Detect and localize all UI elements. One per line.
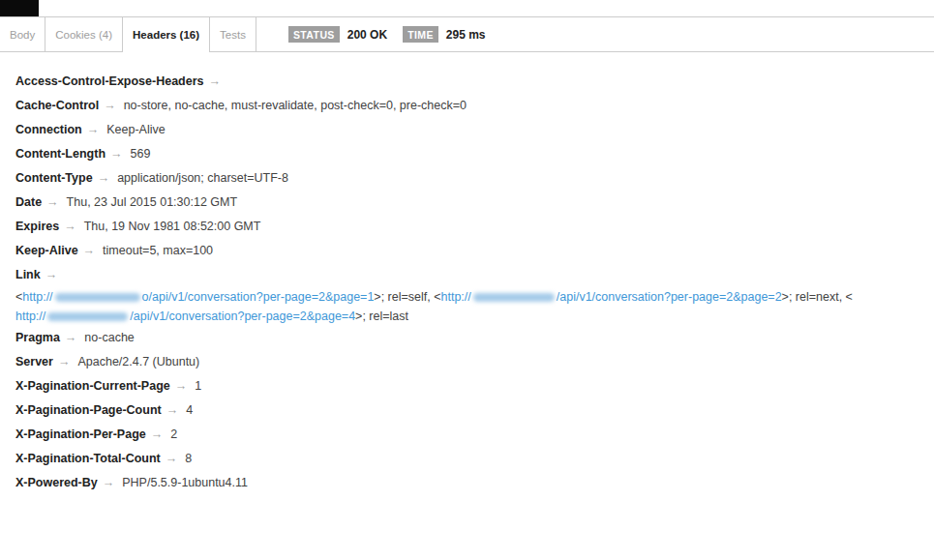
header-row: Connection→Keep-Alive xyxy=(15,118,919,142)
arrow-icon: → xyxy=(87,123,100,136)
tab-label: Body xyxy=(10,29,35,41)
header-name: Content-Length xyxy=(15,147,105,161)
redacted-host-blur xyxy=(47,312,128,321)
header-value: 1 xyxy=(195,379,201,393)
link-url-text[interactable]: http:// xyxy=(441,290,471,304)
header-value: Apache/2.4.7 (Ubuntu) xyxy=(77,355,199,368)
header-value: Keep-Alive xyxy=(106,123,165,136)
link-plain-text: >; rel=last xyxy=(355,309,408,323)
status-badge: STATUS xyxy=(288,26,340,43)
link-url-text[interactable]: o/api/v1/conversation?per-page=2&page=1 xyxy=(142,290,375,304)
arrow-icon: → xyxy=(46,195,59,209)
arrow-icon: → xyxy=(104,99,116,112)
header-name: Pragma xyxy=(15,331,60,344)
tabs-group: BodyCookies (4)Headers (16)Tests xyxy=(0,17,256,51)
link-url-text[interactable]: /api/v1/conversation?per-page=2&page=2 xyxy=(557,290,782,304)
header-value: Thu, 19 Nov 1981 08:52:00 GMT xyxy=(84,220,261,233)
header-name: Access-Control-Expose-Headers xyxy=(15,74,204,88)
header-row: Keep-Alive→timeout=5, max=100 xyxy=(15,239,919,263)
tab-label: Tests xyxy=(220,29,246,41)
header-row: Server→Apache/2.4.7 (Ubuntu) xyxy=(15,350,919,374)
tab-label: Headers (16) xyxy=(133,29,199,41)
header-value: 4 xyxy=(186,403,193,417)
arrow-icon: → xyxy=(64,220,76,233)
tab-headers-16[interactable]: Headers (16) xyxy=(123,17,210,51)
redacted-host-blur xyxy=(473,293,555,302)
header-row: Content-Type→application/json; charset=U… xyxy=(15,166,919,191)
header-row: X-Pagination-Current-Page→1 xyxy=(15,374,919,398)
header-name: X-Pagination-Page-Count xyxy=(15,403,162,417)
header-name: X-Pagination-Per-Page xyxy=(15,427,146,441)
header-name: Server xyxy=(15,355,53,368)
arrow-icon: → xyxy=(110,147,123,161)
arrow-icon: → xyxy=(103,476,115,489)
arrow-icon: → xyxy=(65,331,77,344)
redacted-host-blur xyxy=(55,293,140,302)
tab-tests[interactable]: Tests xyxy=(210,17,256,51)
header-row: Date→Thu, 23 Jul 2015 01:30:12 GMT xyxy=(15,191,919,215)
header-value: no-store, no-cache, must-revalidate, pos… xyxy=(124,99,467,112)
titlebar-fragment xyxy=(0,0,39,16)
link-url-text[interactable]: http:// xyxy=(22,290,52,304)
header-name: X-Pagination-Total-Count xyxy=(15,452,161,465)
header-value: Thu, 23 Jul 2015 01:30:12 GMT xyxy=(67,195,238,209)
header-row: Link→ xyxy=(15,263,919,287)
header-row: X-Pagination-Per-Page→2 xyxy=(15,423,919,447)
arrow-icon: → xyxy=(166,403,179,417)
arrow-icon: → xyxy=(151,427,164,441)
response-status-area: STATUS 200 OK TIME 295 ms xyxy=(288,17,486,51)
link-header-value-line: <http://o/api/v1/conversation?per-page=2… xyxy=(15,287,919,307)
arrow-icon: → xyxy=(166,452,178,465)
header-value: 8 xyxy=(185,452,192,465)
header-name: Cache-Control xyxy=(15,99,99,112)
time-badge: TIME xyxy=(403,26,438,43)
arrow-icon: → xyxy=(209,74,222,88)
header-value: timeout=5, max=100 xyxy=(103,244,213,257)
top-strip xyxy=(0,0,934,16)
tab-cookies-4[interactable]: Cookies (4) xyxy=(45,17,123,51)
header-row: X-Pagination-Page-Count→4 xyxy=(15,398,919,423)
header-row: X-Pagination-Total-Count→8 xyxy=(15,447,919,471)
header-value: 2 xyxy=(170,427,177,441)
link-header-value-line: http:///api/v1/conversation?per-page=2&p… xyxy=(15,307,919,326)
tab-body[interactable]: Body xyxy=(0,17,45,51)
arrow-icon: → xyxy=(98,171,110,185)
header-name: Connection xyxy=(15,123,82,136)
link-plain-text: >; rel=self, < xyxy=(374,290,440,304)
link-plain-text: >; rel=next, < xyxy=(782,290,853,304)
header-row: X-Powered-By→PHP/5.5.9-1ubuntu4.11 xyxy=(15,471,919,495)
header-value: PHP/5.5.9-1ubuntu4.11 xyxy=(122,476,248,489)
header-name: Content-Type xyxy=(15,171,93,185)
header-row: Pragma→no-cache xyxy=(15,326,919,350)
header-name: Keep-Alive xyxy=(15,244,78,257)
link-url-text[interactable]: /api/v1/conversation?per-page=2&page=4 xyxy=(130,309,355,323)
header-row: Content-Length→569 xyxy=(15,142,919,166)
arrow-icon: → xyxy=(175,379,188,393)
link-url-text[interactable]: http:// xyxy=(15,309,45,323)
header-name: Date xyxy=(15,195,42,209)
response-headers-pane: Access-Control-Expose-Headers→Cache-Cont… xyxy=(0,52,934,495)
response-time-value: 295 ms xyxy=(446,28,486,42)
arrow-icon: → xyxy=(58,355,71,368)
header-value: 569 xyxy=(131,147,151,161)
arrow-icon: → xyxy=(45,268,58,281)
tab-label: Cookies (4) xyxy=(55,29,112,41)
header-value: no-cache xyxy=(84,331,134,344)
header-name: Expires xyxy=(15,220,59,233)
header-name: X-Pagination-Current-Page xyxy=(15,379,170,393)
arrow-icon: → xyxy=(83,244,96,257)
header-row: Access-Control-Expose-Headers→ xyxy=(15,70,919,94)
header-value: application/json; charset=UTF-8 xyxy=(117,171,288,185)
status-code-value: 200 OK xyxy=(347,28,387,42)
response-tab-bar: BodyCookies (4)Headers (16)Tests STATUS … xyxy=(0,16,934,52)
header-row: Cache-Control→no-store, no-cache, must-r… xyxy=(15,94,919,118)
header-row: Expires→Thu, 19 Nov 1981 08:52:00 GMT xyxy=(15,215,919,239)
header-name: X-Powered-By xyxy=(15,476,98,489)
header-name: Link xyxy=(15,268,41,281)
